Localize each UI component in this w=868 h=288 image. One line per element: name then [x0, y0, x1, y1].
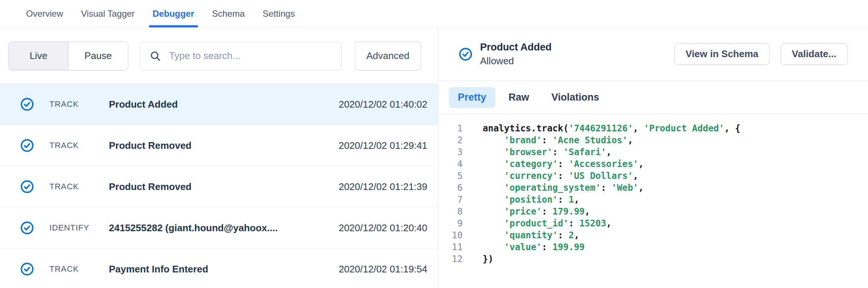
line-content: 'position': 1,: [463, 194, 579, 205]
nav-tab-overview[interactable]: Overview: [26, 0, 63, 27]
event-type-label: TRACK: [49, 141, 109, 150]
line-content: 'value': 199.99: [463, 242, 585, 252]
line-number: 5: [438, 171, 463, 181]
advanced-button[interactable]: Advanced: [355, 42, 421, 71]
validate-button[interactable]: Validate...: [781, 43, 848, 65]
event-row[interactable]: TRACK Payment Info Entered 2020/12/02 01…: [0, 249, 438, 288]
event-list-panel: Live Pause Advanced TRACK Product Added …: [0, 27, 438, 288]
debugger-app: OverviewVisual TaggerDebuggerSchemaSetti…: [0, 0, 868, 288]
event-type-label: TRACK: [49, 182, 109, 192]
event-row[interactable]: TRACK Product Added 2020/12/02 01:40:02: [0, 84, 438, 125]
pause-button[interactable]: Pause: [68, 42, 128, 70]
line-content: }): [463, 254, 493, 264]
code-line: 8 'price': 179.99,: [438, 206, 868, 217]
nav-tab-schema[interactable]: Schema: [212, 0, 245, 27]
search-input[interactable]: [140, 42, 342, 71]
line-number: 11: [438, 242, 463, 252]
live-pause-toggle: Live Pause: [9, 42, 128, 71]
line-number: 9: [438, 218, 463, 229]
live-button[interactable]: Live: [9, 42, 68, 70]
check-circle-icon: [20, 221, 34, 235]
check-circle-icon: [20, 180, 34, 193]
line-number: 12: [438, 254, 463, 264]
code-line: 6 'operating_system': 'Web',: [438, 182, 868, 194]
nav-tab-debugger[interactable]: Debugger: [153, 0, 194, 27]
event-timestamp: 2020/12/02 01:40:02: [339, 99, 427, 110]
line-content: 'quantity': 2,: [463, 230, 579, 240]
line-content: 'price': 179.99,: [463, 206, 590, 217]
code-line: 9 'product_id': 15203,: [438, 217, 868, 229]
code-line: 7 'position': 1,: [438, 194, 868, 206]
event-type-label: IDENTIFY: [49, 223, 109, 233]
line-number: 6: [438, 183, 463, 193]
code-viewer: 1 analytics.track('7446291126', 'Product…: [438, 114, 868, 265]
line-content: analytics.track('7446291126', 'Product A…: [463, 123, 741, 134]
line-content: 'brand': 'Acne Studios',: [463, 135, 633, 145]
line-content: 'operating_system': 'Web',: [463, 183, 644, 193]
event-name: 2415255282 (giant.hound@yahoox....: [109, 222, 339, 234]
event-timestamp: 2020/12/02 01:20:40: [339, 222, 427, 234]
line-number: 10: [438, 230, 463, 240]
nav-tab-visual-tagger[interactable]: Visual Tagger: [81, 0, 135, 27]
check-circle-icon: [20, 139, 34, 152]
event-detail-status: Allowed: [480, 55, 552, 67]
event-name: Payment Info Entered: [109, 264, 339, 275]
code-line: 2 'brand': 'Acne Studios',: [438, 134, 868, 146]
event-timestamp: 2020/12/02 01:21:39: [339, 181, 427, 193]
search-box: [140, 42, 342, 71]
event-type-label: TRACK: [49, 264, 109, 274]
event-row[interactable]: IDENTIFY 2415255282 (giant.hound@yahoox.…: [0, 207, 438, 249]
code-line: 5 'currency': 'US Dollars',: [438, 170, 868, 182]
event-type-label: TRACK: [49, 99, 109, 109]
event-row[interactable]: TRACK Product Removed 2020/12/02 01:21:3…: [0, 166, 438, 207]
line-number: 3: [438, 147, 463, 157]
check-circle-icon: [20, 98, 34, 111]
event-name: Product Removed: [109, 181, 339, 193]
line-content: 'product_id': 15203,: [463, 218, 612, 229]
event-detail-header: Product Added Allowed View in Schema Val…: [438, 27, 868, 81]
detail-tab-raw[interactable]: Raw: [500, 87, 538, 108]
event-detail-titles: Product Added Allowed: [480, 42, 552, 67]
event-name: Product Added: [109, 99, 339, 110]
event-list: TRACK Product Added 2020/12/02 01:40:02 …: [0, 84, 438, 288]
event-name: Product Removed: [109, 140, 339, 151]
code-line: 10 'quantity': 2,: [438, 229, 868, 241]
line-content: 'category': 'Accessories',: [463, 159, 644, 169]
nav-tab-settings[interactable]: Settings: [263, 0, 295, 27]
event-row[interactable]: TRACK Product Removed 2020/12/02 01:29:4…: [0, 125, 438, 166]
line-number: 4: [438, 159, 463, 169]
event-timestamp: 2020/12/02 01:29:41: [339, 140, 427, 151]
event-detail-panel: Product Added Allowed View in Schema Val…: [438, 27, 868, 288]
line-number: 2: [438, 135, 463, 145]
view-in-schema-button[interactable]: View in Schema: [674, 43, 770, 65]
line-content: 'currency': 'US Dollars',: [463, 171, 638, 181]
event-detail-actions: View in Schema Validate...: [674, 43, 848, 65]
event-detail-title: Product Added: [480, 42, 552, 53]
line-number: 7: [438, 194, 463, 205]
line-number: 8: [438, 206, 463, 217]
event-timestamp: 2020/12/02 01:19:54: [339, 264, 427, 275]
check-circle-icon: [459, 48, 472, 61]
line-content: 'browser': 'Safari',: [463, 147, 612, 157]
detail-tab-violations[interactable]: Violations: [542, 87, 608, 108]
detail-tabs: PrettyRawViolations: [438, 81, 868, 114]
check-circle-icon: [20, 262, 34, 276]
code-line: 12 }): [438, 253, 868, 265]
event-list-toolbar: Live Pause Advanced: [0, 27, 438, 84]
code-line: 3 'browser': 'Safari',: [438, 146, 868, 158]
main-area: Live Pause Advanced TRACK Product Added …: [0, 27, 868, 288]
code-line: 4 'category': 'Accessories',: [438, 158, 868, 170]
line-number: 1: [438, 123, 463, 134]
search-icon: [149, 50, 161, 62]
code-line: 11 'value': 199.99: [438, 241, 868, 253]
code-line: 1 analytics.track('7446291126', 'Product…: [438, 122, 868, 134]
detail-tab-pretty[interactable]: Pretty: [449, 87, 495, 108]
top-nav: OverviewVisual TaggerDebuggerSchemaSetti…: [0, 0, 868, 27]
